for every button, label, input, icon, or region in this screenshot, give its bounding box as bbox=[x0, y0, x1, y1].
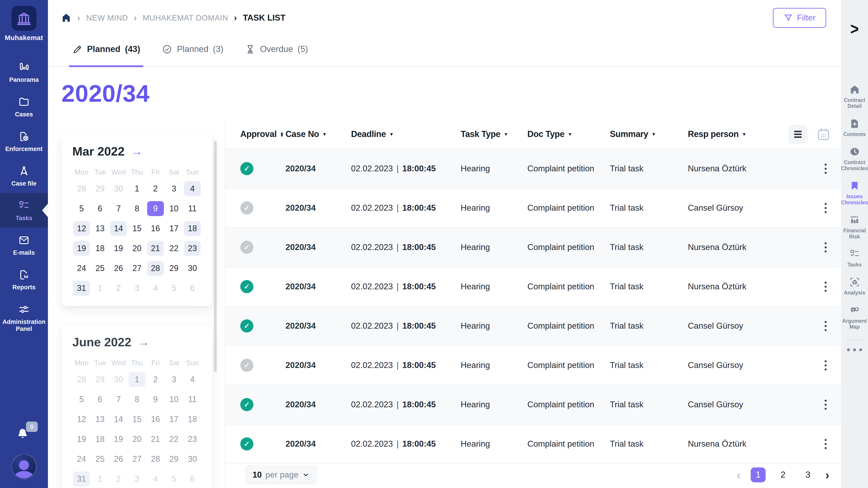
rail-item-issues-chronicles[interactable]: IssuesChronicles bbox=[841, 180, 868, 206]
calendar-day[interactable]: 6 bbox=[184, 281, 201, 296]
calendar-day[interactable]: 25 bbox=[92, 261, 108, 276]
calendar-day[interactable]: 20 bbox=[129, 241, 145, 256]
rail-item-contract-detail[interactable]: ContractDetail bbox=[841, 84, 868, 109]
calendar-day[interactable]: 14 bbox=[110, 412, 127, 427]
sidebar-item-enforcement[interactable]: Enforcement bbox=[0, 124, 48, 158]
calendar-day[interactable]: 22 bbox=[165, 241, 182, 256]
calendar-next-arrow-icon[interactable]: → bbox=[131, 145, 143, 157]
row-menu-button[interactable] bbox=[822, 201, 830, 215]
calendar-day[interactable]: 12 bbox=[73, 221, 90, 236]
calendar-day[interactable]: 28 bbox=[73, 372, 90, 387]
column-header-task-type[interactable]: Task Type▼ bbox=[461, 129, 527, 139]
tab-planned-43[interactable]: Planned(43) bbox=[72, 40, 140, 66]
calendar-day[interactable]: 12 bbox=[73, 412, 90, 427]
calendar-day[interactable]: 30 bbox=[110, 181, 127, 196]
calendar-day[interactable]: 20 bbox=[129, 432, 145, 447]
calendar-day[interactable]: 1 bbox=[92, 281, 108, 296]
approved-check-icon[interactable]: ✓ bbox=[240, 319, 253, 333]
calendar-day[interactable]: 24 bbox=[73, 452, 90, 466]
calendar-day[interactable]: 31 bbox=[73, 281, 90, 296]
calendar-day[interactable]: 7 bbox=[110, 201, 127, 216]
prev-page-button[interactable]: ‹ bbox=[737, 469, 741, 481]
calendar-day[interactable]: 18 bbox=[92, 432, 108, 447]
calendar-day[interactable]: 7 bbox=[110, 392, 127, 407]
calendar-day[interactable]: 11 bbox=[184, 392, 201, 407]
calendar-day[interactable]: 17 bbox=[165, 221, 182, 236]
sidebar-item-cases[interactable]: Cases bbox=[0, 89, 48, 124]
table-row[interactable]: ✓2020/3402.02.2023|18:00:45HearingCompla… bbox=[225, 267, 841, 306]
calendar-day[interactable]: 2 bbox=[110, 281, 127, 296]
more-options-button[interactable] bbox=[847, 348, 862, 351]
rail-item-contents[interactable]: Contents bbox=[841, 118, 868, 137]
sidebar-item-case-file[interactable]: Case file bbox=[0, 158, 48, 193]
table-row[interactable]: ✓2020/3402.02.2023|18:00:45HearingCompla… bbox=[225, 346, 841, 385]
calendar-day[interactable]: 1 bbox=[92, 471, 108, 486]
rail-item-analysis[interactable]: Analysis bbox=[841, 277, 868, 296]
row-menu-button[interactable] bbox=[822, 279, 830, 294]
calendar-day[interactable]: 19 bbox=[73, 432, 90, 447]
calendar-day[interactable]: 25 bbox=[92, 452, 108, 466]
calendar-day[interactable]: 13 bbox=[92, 412, 108, 427]
filter-button[interactable]: Filter bbox=[773, 8, 826, 28]
column-header-doc-type[interactable]: Doc Type▼ bbox=[527, 129, 610, 139]
row-menu-button[interactable] bbox=[822, 319, 830, 333]
calendar-day[interactable]: 27 bbox=[129, 261, 145, 276]
calendar-day[interactable]: 8 bbox=[129, 392, 145, 407]
calendar-day[interactable]: 3 bbox=[129, 281, 145, 296]
per-page-select[interactable]: 10 per page bbox=[245, 465, 317, 485]
breadcrumb-muhakemat-domain[interactable]: MUHAKEMAT DOMAIN bbox=[143, 13, 228, 22]
column-header-summary[interactable]: Summary▼ bbox=[610, 129, 688, 139]
table-row[interactable]: ✓2020/3402.02.2023|18:00:45HearingCompla… bbox=[225, 228, 841, 267]
row-menu-button[interactable] bbox=[822, 161, 830, 176]
calendar-day[interactable]: 3 bbox=[129, 471, 145, 486]
tab-overdue-5[interactable]: Overdue(5) bbox=[245, 40, 308, 66]
calendar-day[interactable]: 2 bbox=[110, 471, 127, 486]
calendar-day[interactable]: 8 bbox=[129, 201, 145, 216]
calendar-day[interactable]: 22 bbox=[165, 432, 182, 447]
calendar-day[interactable]: 29 bbox=[92, 181, 108, 196]
calendar-day[interactable]: 19 bbox=[110, 241, 127, 256]
home-icon[interactable] bbox=[61, 13, 71, 23]
pending-check-icon[interactable]: ✓ bbox=[240, 241, 253, 254]
approved-check-icon[interactable]: ✓ bbox=[240, 162, 253, 175]
calendar-day[interactable]: 6 bbox=[92, 392, 108, 407]
calendar-day[interactable]: 29 bbox=[165, 452, 182, 466]
table-row[interactable]: ✓2020/3402.02.2023|18:00:45HearingCompla… bbox=[225, 149, 841, 188]
table-row[interactable]: ✓2020/3402.02.2023|18:00:45HearingCompla… bbox=[225, 385, 841, 425]
calendar-day[interactable]: 4 bbox=[147, 281, 164, 296]
calendar-day[interactable]: 18 bbox=[92, 241, 108, 256]
user-avatar[interactable] bbox=[11, 454, 37, 480]
page-button-2[interactable]: 2 bbox=[776, 467, 790, 482]
calendar-day[interactable]: 23 bbox=[184, 241, 201, 256]
sidebar-item-panorama[interactable]: Panorama bbox=[0, 55, 48, 89]
column-header-approval[interactable]: Approval ▲▼ bbox=[240, 129, 285, 139]
rail-item-contract-chronicles[interactable]: ContractChronicles bbox=[841, 146, 868, 171]
calendar-view-button[interactable] bbox=[816, 127, 831, 142]
calendar-day[interactable]: 18 bbox=[184, 412, 201, 427]
calendar-day[interactable]: 3 bbox=[165, 181, 182, 196]
calendar-day[interactable]: 16 bbox=[147, 221, 164, 236]
calendar-day[interactable]: 6 bbox=[92, 201, 108, 216]
calendar-day[interactable]: 15 bbox=[129, 412, 145, 427]
approved-check-icon[interactable]: ✓ bbox=[240, 398, 253, 411]
calendar-day[interactable]: 28 bbox=[73, 181, 90, 196]
column-header-deadline[interactable]: Deadline▼ bbox=[351, 129, 461, 139]
calendar-day[interactable]: 10 bbox=[165, 201, 182, 216]
calendar-day[interactable]: 27 bbox=[129, 452, 145, 466]
list-view-toggle-button[interactable] bbox=[788, 125, 807, 144]
calendar-day[interactable]: 28 bbox=[147, 452, 164, 466]
calendar-scrollbar[interactable] bbox=[214, 141, 217, 372]
calendar-day[interactable]: 29 bbox=[92, 372, 108, 387]
row-menu-button[interactable] bbox=[822, 358, 830, 373]
calendar-day[interactable]: 9 bbox=[147, 392, 164, 407]
pending-check-icon[interactable]: ✓ bbox=[240, 359, 253, 372]
calendar-day[interactable]: 11 bbox=[184, 201, 201, 216]
calendar-day[interactable]: 5 bbox=[73, 201, 90, 216]
sidebar-item-reports[interactable]: Reports bbox=[0, 262, 48, 297]
calendar-day[interactable]: 2 bbox=[147, 372, 164, 387]
calendar-day[interactable]: 31 bbox=[73, 471, 90, 486]
breadcrumb-new-mind[interactable]: NEW MIND bbox=[86, 13, 128, 22]
calendar-day[interactable]: 4 bbox=[184, 372, 201, 387]
calendar-day[interactable]: 5 bbox=[165, 281, 182, 296]
column-header-case-no[interactable]: Case No▼ bbox=[285, 129, 351, 139]
